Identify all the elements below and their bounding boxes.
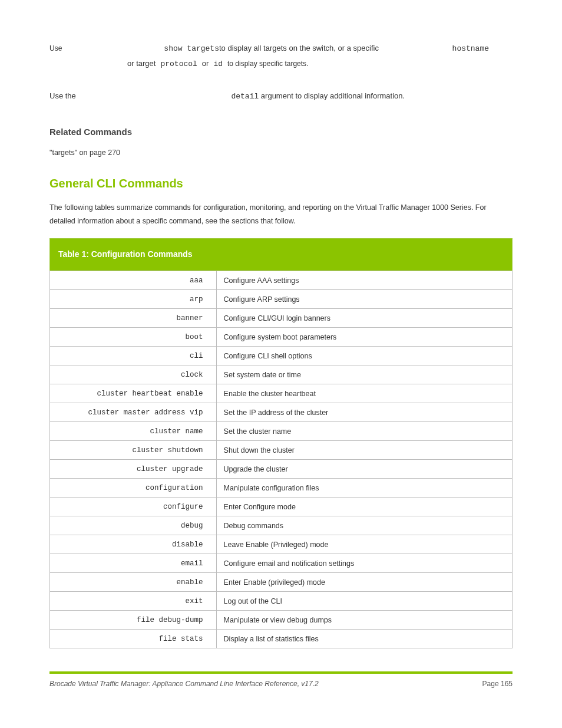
table-cell-command: enable bbox=[50, 573, 217, 592]
table-row: enableEnter Enable (privileged) mode bbox=[50, 573, 513, 592]
table-cell-description: Configure system boot parameters bbox=[216, 328, 512, 347]
table-row: configureEnter Configure mode bbox=[50, 498, 513, 516]
table-cell-command: banner bbox=[50, 309, 217, 328]
table-cell-command: aaa bbox=[50, 271, 217, 290]
footer-page-number: Page 165 bbox=[482, 680, 513, 688]
table-cell-description: Enable the cluster heartbeat bbox=[216, 384, 512, 403]
table-cell-description: Set the cluster name bbox=[216, 422, 512, 441]
table-header: Table 1: Configuration Commands bbox=[50, 239, 513, 271]
section-heading: General CLI Commands bbox=[49, 177, 513, 190]
table-cell-description: Configure email and notification setting… bbox=[216, 554, 512, 573]
table-row: cluster heartbeat enableEnable the clust… bbox=[50, 384, 513, 403]
table-cell-description: Log out of the CLI bbox=[216, 592, 512, 611]
table-cell-command: email bbox=[50, 554, 217, 573]
table-row: cliConfigure CLI shell options bbox=[50, 347, 513, 365]
table-cell-description: Enter Enable (privileged) mode bbox=[216, 573, 512, 592]
table-cell-description: Configure AAA settings bbox=[216, 271, 512, 290]
table-row: file debug-dumpManipulate or view debug … bbox=[50, 611, 513, 630]
footer-divider bbox=[49, 671, 513, 674]
detail-keyword: detail bbox=[231, 92, 259, 101]
table-row: aaaConfigure AAA settings bbox=[50, 271, 513, 290]
syntax-text-use: Use bbox=[49, 42, 62, 55]
page-footer: Brocade Virtual Traffic Manager: Applian… bbox=[49, 671, 513, 688]
table-cell-description: Shut down the cluster bbox=[216, 441, 512, 460]
table-row: cluster master address vipSet the IP add… bbox=[50, 403, 513, 422]
table-cell-command: file debug-dump bbox=[50, 611, 217, 630]
syntax-id: id bbox=[213, 57, 223, 72]
table-cell-command: cluster name bbox=[50, 422, 217, 441]
section-lead: The following tables summarize commands … bbox=[49, 201, 513, 228]
table-row: cluster nameSet the cluster name bbox=[50, 422, 513, 441]
table-cell-command: configure bbox=[50, 498, 217, 516]
table-row: bootConfigure system boot parameters bbox=[50, 328, 513, 347]
syntax-text-4: to display specific targets. bbox=[227, 57, 308, 71]
detail-prefix: Use the bbox=[49, 91, 78, 100]
syntax-text-3: or bbox=[202, 57, 209, 71]
table-cell-description: Configure CLI shell options bbox=[216, 347, 512, 365]
table-row: cluster upgradeUpgrade the cluster bbox=[50, 460, 513, 479]
table-row: configurationManipulate configuration fi… bbox=[50, 479, 513, 498]
table-cell-description: Set system date or time bbox=[216, 365, 512, 384]
syntax-text-1: to display all targets on the switch, or… bbox=[219, 41, 379, 56]
table-cell-command: arp bbox=[50, 290, 217, 309]
table-cell-description: Display a list of statistics files bbox=[216, 630, 512, 648]
table-cell-command: configuration bbox=[50, 479, 217, 498]
table-cell-description: Set the IP address of the cluster bbox=[216, 403, 512, 422]
table-cell-command: clock bbox=[50, 365, 217, 384]
detail-suffix: argument to display additional informati… bbox=[259, 91, 405, 100]
table-cell-description: Debug commands bbox=[216, 516, 512, 535]
syntax-hostname: hostname bbox=[452, 42, 489, 57]
table-cell-command: file stats bbox=[50, 630, 217, 648]
syntax-block: Use show targets to display all targets … bbox=[49, 41, 513, 71]
table-cell-command: exit bbox=[50, 592, 217, 611]
table-cell-description: Upgrade the cluster bbox=[216, 460, 512, 479]
commands-table: Table 1: Configuration Commands aaaConfi… bbox=[49, 238, 513, 648]
table-cell-command: cli bbox=[50, 347, 217, 365]
syntax-line-2: or target protocol or id to display spec… bbox=[49, 57, 513, 72]
table-row: file statsDisplay a list of statistics f… bbox=[50, 630, 513, 648]
table-row: bannerConfigure CLI/GUI login banners bbox=[50, 309, 513, 328]
table-cell-command: cluster shutdown bbox=[50, 441, 217, 460]
table-cell-description: Enter Configure mode bbox=[216, 498, 512, 516]
related-commands-heading: Related Commands bbox=[49, 127, 513, 137]
table-cell-description: Configure CLI/GUI login banners bbox=[216, 309, 512, 328]
table-row: clockSet system date or time bbox=[50, 365, 513, 384]
table-row: cluster shutdownShut down the cluster bbox=[50, 441, 513, 460]
table-row: debugDebug commands bbox=[50, 516, 513, 535]
table-row: emailConfigure email and notification se… bbox=[50, 554, 513, 573]
table-cell-description: Manipulate configuration files bbox=[216, 479, 512, 498]
table-row: disableLeave Enable (Privileged) mode bbox=[50, 535, 513, 554]
detail-block: Use the detail argument to display addit… bbox=[49, 89, 513, 104]
related-commands-link[interactable]: "targets" on page 270 bbox=[49, 149, 513, 157]
table-row: arpConfigure ARP settings bbox=[50, 290, 513, 309]
table-cell-description: Manipulate or view debug dumps bbox=[216, 611, 512, 630]
table-cell-command: cluster upgrade bbox=[50, 460, 217, 479]
table-cell-command: cluster heartbeat enable bbox=[50, 384, 217, 403]
table-cell-command: cluster master address vip bbox=[50, 403, 217, 422]
table-row: exitLog out of the CLI bbox=[50, 592, 513, 611]
syntax-text-2: or target bbox=[127, 57, 156, 71]
table-cell-command: debug bbox=[50, 516, 217, 535]
table-cell-description: Configure ARP settings bbox=[216, 290, 512, 309]
syntax-cmd-show-targets: show targets bbox=[164, 42, 219, 57]
footer-title: Brocade Virtual Traffic Manager: Applian… bbox=[49, 680, 319, 688]
table-cell-command: boot bbox=[50, 328, 217, 347]
syntax-line-1: Use show targets to display all targets … bbox=[49, 41, 513, 57]
syntax-protocol: protocol bbox=[160, 57, 197, 72]
table-cell-command: disable bbox=[50, 535, 217, 554]
table-cell-description: Leave Enable (Privileged) mode bbox=[216, 535, 512, 554]
